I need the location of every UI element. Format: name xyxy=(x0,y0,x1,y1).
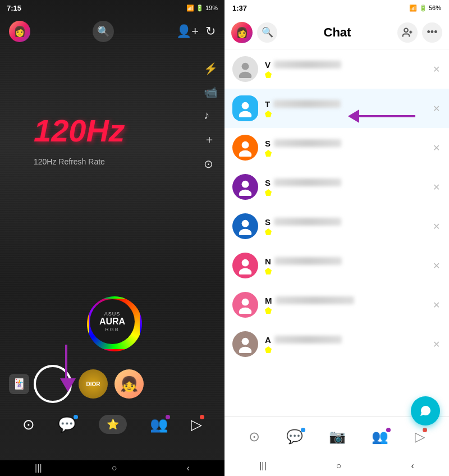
fab-button[interactable] xyxy=(411,396,440,425)
chat-close-s1[interactable]: ✕ xyxy=(428,140,445,155)
add-friend-icon[interactable]: 👤+ xyxy=(176,24,199,39)
chat-item-m[interactable]: M ✕ xyxy=(224,285,449,324)
left-nav-location[interactable]: ⊙ xyxy=(22,416,35,433)
header-add-friend-button[interactable] xyxy=(397,22,418,43)
left-avatar[interactable]: 👩 xyxy=(9,21,30,42)
chat-close-n[interactable]: ✕ xyxy=(428,258,445,273)
right-battery-icon: 🔋 56% xyxy=(419,4,441,12)
left-time: 7:15 xyxy=(7,4,21,12)
chat-name-s3: S xyxy=(265,217,271,227)
chat-close-s2[interactable]: ✕ xyxy=(428,180,445,195)
left-nav-chat[interactable]: 💬 xyxy=(58,416,76,433)
chat-avatar-s3 xyxy=(232,213,258,239)
chat-close-s3[interactable]: ✕ xyxy=(428,219,445,234)
svg-point-10 xyxy=(239,190,251,196)
rotate-icon[interactable]: ↻ xyxy=(205,24,216,39)
left-nav-friends[interactable]: 👥 xyxy=(150,416,168,433)
right-bottom-nav: ⊙ 💬 📷 👥 ▷ xyxy=(224,417,449,456)
chat-sub-m xyxy=(265,307,441,314)
left-purple-arrow xyxy=(53,345,76,392)
svg-point-5 xyxy=(242,102,249,109)
chat-close-v[interactable]: ✕ xyxy=(428,62,445,77)
chat-list: V ✕ T ✕ xyxy=(224,49,449,417)
svg-point-6 xyxy=(239,111,251,117)
star-icon: ⭐ xyxy=(107,418,119,431)
right-time: 1:37 xyxy=(232,4,247,12)
header-avatar[interactable]: 👩 xyxy=(231,22,253,43)
right-nav-location[interactable]: ⊙ xyxy=(249,429,260,445)
chat-item-s3[interactable]: S ✕ xyxy=(224,207,449,246)
chat-info-s2: S xyxy=(265,178,441,196)
right-nav-menu[interactable]: ||| xyxy=(259,461,266,471)
chat-item-s2[interactable]: S ✕ xyxy=(224,167,449,207)
left-status-bar: 7:15 📶 🔋 19% xyxy=(0,0,224,16)
chat-info-v: V xyxy=(265,60,441,78)
chat-close-a[interactable]: ✕ xyxy=(428,337,445,352)
right-discover-dot xyxy=(423,428,427,432)
chat-name-t: T xyxy=(265,99,270,109)
camera-icon[interactable]: ⊙ xyxy=(204,157,218,171)
chat-sub-a xyxy=(265,346,441,353)
chat-close-m[interactable]: ✕ xyxy=(428,298,445,313)
chat-name-v-blurred xyxy=(274,61,341,68)
snap-icon-m xyxy=(265,307,272,314)
snap-icon-s2 xyxy=(265,189,272,196)
right-nav-back[interactable]: ‹ xyxy=(411,461,414,471)
right-nav-camera[interactable]: 📷 xyxy=(329,429,346,445)
chat-avatar-m xyxy=(232,292,258,318)
left-search-button[interactable]: 🔍 xyxy=(93,21,114,42)
monitor-area: 120Hz 120Hz Refresh Rate xyxy=(11,79,196,258)
video-icon[interactable]: 📹 xyxy=(204,85,218,99)
chat-item-s1[interactable]: S ✕ xyxy=(224,128,449,167)
lens-dior[interactable]: DIOR xyxy=(79,369,108,399)
right-friends-dot xyxy=(386,428,391,432)
left-nav-menu[interactable]: ||| xyxy=(35,463,42,473)
chat-name-s1: S xyxy=(265,139,271,148)
chat-item-a[interactable]: A ✕ xyxy=(224,324,449,364)
hz-text: 120Hz xyxy=(34,112,125,149)
flash-icon[interactable]: ⚡ xyxy=(204,62,218,75)
svg-point-8 xyxy=(239,150,251,157)
chat-info-a: A xyxy=(265,335,441,353)
chat-item-t[interactable]: T ✕ xyxy=(224,89,449,128)
cards-icon[interactable]: 🃏 xyxy=(9,374,29,394)
plus-icon[interactable]: ＋ xyxy=(204,132,218,147)
chat-info-s1: S xyxy=(265,139,441,157)
right-nav-discover[interactable]: ▷ xyxy=(415,429,425,445)
chat-name-n: N xyxy=(265,257,271,266)
header-search-button[interactable]: 🔍 xyxy=(257,22,277,43)
left-status-icons: 📶 🔋 19% xyxy=(186,4,218,12)
right-nav-home[interactable]: ○ xyxy=(336,461,342,471)
aura-name: AURA xyxy=(99,317,125,327)
right-signal-icon: 📶 xyxy=(409,4,417,12)
left-nav-spotlight[interactable]: ⭐ xyxy=(99,415,127,434)
chat-name-s2: S xyxy=(265,178,271,187)
right-nav-chat[interactable]: 💬 xyxy=(286,429,303,445)
left-top-bar: 👩 🔍 👤+ ↻ xyxy=(0,16,224,47)
svg-point-11 xyxy=(242,220,249,227)
chat-item-n[interactable]: N ✕ xyxy=(224,246,449,285)
svg-point-15 xyxy=(242,299,249,306)
friends-dot xyxy=(166,415,170,419)
chat-item-v[interactable]: V ✕ xyxy=(224,49,449,89)
chat-info-s3: S xyxy=(265,217,441,235)
snap-icon-a xyxy=(265,346,272,353)
left-nav-discover[interactable]: ▷ xyxy=(191,416,202,433)
svg-point-0 xyxy=(404,28,408,32)
right-nav-friends[interactable]: 👥 xyxy=(372,429,388,445)
chat-close-t[interactable]: ✕ xyxy=(428,101,445,116)
left-panel: 7:15 📶 🔋 19% 👩 🔍 👤+ ↻ ⚡ 📹 ♪ ＋ ⊙ 120Hz 12… xyxy=(0,0,224,476)
aura-inner: ASUS AURA RGB xyxy=(90,299,135,344)
music-icon[interactable]: ♪ xyxy=(204,109,218,122)
chat-avatar-n xyxy=(232,253,258,278)
left-nav-back[interactable]: ‹ xyxy=(187,463,190,473)
arrow-stem xyxy=(65,345,67,378)
left-nav-home[interactable]: ○ xyxy=(112,463,117,473)
discover-dot xyxy=(200,415,204,419)
snap-icon-s1 xyxy=(265,150,272,157)
lens-avatar[interactable]: 👧 xyxy=(114,369,144,399)
chat-name-m-blurred xyxy=(276,296,354,304)
friends-icon: 👥 xyxy=(150,416,168,433)
svg-point-7 xyxy=(242,141,249,149)
header-more-button[interactable]: ••• xyxy=(422,22,442,43)
